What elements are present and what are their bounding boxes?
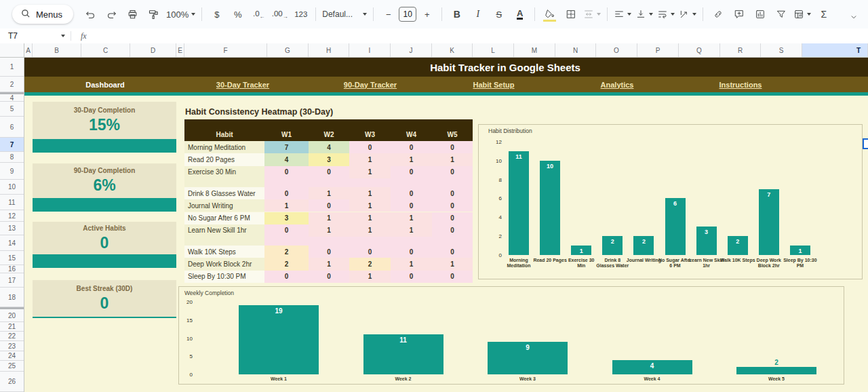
row-header-21[interactable]: 21 [0, 322, 24, 332]
font-select[interactable]: Defaul... [321, 5, 368, 23]
insert-chart-icon[interactable] [750, 5, 770, 23]
heatmap-value-cell[interactable]: 1 [432, 258, 473, 270]
heatmap-value-cell[interactable]: 1 [391, 212, 432, 224]
weekly-completion-chart[interactable]: Weekly Completion0510152019Week 111Week … [178, 286, 844, 385]
row-header-4[interactable]: 4 [0, 95, 24, 102]
formula-bar[interactable]: T7 fx [0, 28, 868, 44]
heatmap-value-cell[interactable]: 1 [309, 224, 349, 237]
heatmap-value-cell[interactable]: 0 [432, 141, 473, 153]
bold-button[interactable]: B [447, 5, 467, 23]
heatmap-value-cell[interactable]: 0 [432, 224, 473, 237]
heatmap-value-cell[interactable]: 0 [264, 166, 309, 178]
select-all-corner[interactable] [0, 43, 24, 58]
heatmap-value-cell[interactable]: 1 [349, 187, 391, 199]
table-tools-button[interactable] [792, 5, 812, 23]
column-header-b[interactable]: B [33, 43, 81, 57]
text-color-button[interactable]: A [510, 5, 530, 23]
heatmap-value-cell[interactable]: 1 [349, 212, 391, 224]
heatmap-value-cell[interactable]: 3 [264, 212, 309, 224]
heatmap-habit-cell[interactable]: Morning Meditation [184, 141, 264, 153]
nav-analytics[interactable]: Analytics [601, 81, 634, 89]
hide-menus-chevron-icon[interactable] [844, 8, 863, 26]
column-header-r[interactable]: R [720, 43, 761, 57]
heatmap-habit-cell[interactable]: Read 20 Pages [184, 153, 264, 165]
fill-color-button[interactable] [540, 5, 559, 23]
row-header-24[interactable]: 24 [0, 351, 24, 361]
heatmap-value-cell[interactable] [309, 178, 349, 187]
strikethrough-button[interactable]: S [489, 5, 509, 23]
row-header-25[interactable]: 25 [0, 361, 24, 372]
menus-button[interactable]: Menus [12, 5, 73, 24]
heatmap-value-cell[interactable]: 2 [264, 258, 309, 270]
column-header-c[interactable]: C [81, 43, 130, 57]
heatmap-habit-cell[interactable]: Learn New Skill 1hr [184, 224, 264, 237]
heatmap-value-cell[interactable]: 0 [309, 271, 349, 283]
heatmap-value-cell[interactable]: 0 [309, 246, 349, 258]
row-header-17[interactable]: 17 [0, 273, 24, 288]
right-edge-widget[interactable] [863, 138, 868, 149]
heatmap-habit-cell[interactable]: Exercise 30 Min [184, 166, 264, 178]
row-header-20[interactable]: 20 [0, 309, 24, 322]
row-header-10[interactable]: 10 [0, 180, 24, 195]
heatmap-value-cell[interactable]: 4 [309, 141, 349, 153]
heatmap-habit-cell[interactable]: Sleep By 10:30 PM [184, 271, 264, 283]
column-header-i[interactable]: I [349, 43, 391, 57]
heatmap-value-cell[interactable]: 1 [309, 212, 349, 224]
heatmap-value-cell[interactable] [349, 237, 391, 246]
column-header-a[interactable]: A [24, 43, 33, 57]
column-header-q[interactable]: Q [679, 43, 720, 57]
column-header-s[interactable]: S [761, 43, 802, 57]
heatmap-value-cell[interactable]: 1 [349, 224, 391, 237]
sum-functions-button[interactable]: Σ [814, 5, 833, 23]
decrease-decimal-button[interactable]: .0← [249, 5, 269, 23]
heatmap-habit-cell[interactable]: Drink 8 Glasses Water [184, 187, 264, 199]
horizontal-align-button[interactable] [612, 5, 633, 23]
column-header-g[interactable]: G [267, 43, 309, 57]
heatmap-habit-cell[interactable]: Journal Writing [184, 199, 264, 212]
heatmap-value-cell[interactable]: 0 [391, 271, 432, 283]
insert-link-icon[interactable] [708, 5, 728, 23]
habit-distribution-chart[interactable]: Habit Distribution02468101211Morning Med… [478, 124, 863, 279]
row-header-9[interactable]: 9 [0, 163, 24, 180]
heatmap-value-cell[interactable]: 4 [264, 153, 309, 165]
heatmap-value-cell[interactable]: 1 [391, 224, 432, 237]
kpi-card[interactable]: 90-Day Completion6% [33, 163, 176, 198]
nav-habit-setup[interactable]: Habit Setup [473, 81, 514, 89]
row-header-15[interactable]: 15 [0, 251, 24, 265]
kpi-card[interactable]: 30-Day Completion15% [33, 102, 176, 139]
heatmap-value-cell[interactable]: 0 [432, 199, 473, 212]
format-currency-button[interactable]: $ [207, 5, 226, 23]
column-header-t[interactable]: T [802, 43, 868, 57]
heatmap-value-cell[interactable] [309, 237, 349, 246]
heatmap-value-cell[interactable]: 0 [391, 199, 432, 212]
row-header-12[interactable]: 12 [0, 210, 24, 222]
nav-90-day-tracker[interactable]: 90-Day Tracker [344, 81, 397, 89]
heatmap-value-cell[interactable]: 0 [432, 212, 473, 224]
decrease-font-size-button[interactable]: − [378, 5, 398, 23]
heatmap-value-cell[interactable]: 1 [309, 258, 349, 270]
kpi-card[interactable]: Active Habits0 [33, 222, 176, 254]
increase-font-size-button[interactable]: + [417, 5, 437, 23]
paint-format-icon[interactable] [144, 5, 163, 23]
heatmap-value-cell[interactable] [264, 237, 309, 246]
undo-icon[interactable] [81, 5, 100, 23]
heatmap-value-cell[interactable]: 1 [349, 271, 391, 283]
heatmap-value-cell[interactable]: 1 [432, 153, 473, 165]
column-header-k[interactable]: K [432, 43, 473, 57]
column-header-p[interactable]: P [637, 43, 679, 57]
text-wrap-button[interactable] [656, 5, 676, 23]
heatmap-value-cell[interactable]: 2 [264, 246, 309, 258]
filter-icon[interactable] [771, 5, 791, 23]
kpi-card[interactable]: Best Streak (30D)0 [33, 280, 176, 317]
row-header-6[interactable]: 6 [0, 117, 24, 138]
zoom-select[interactable]: 100% [165, 5, 197, 23]
heatmap-value-cell[interactable]: 1 [264, 199, 309, 212]
column-header-o[interactable]: O [596, 43, 637, 57]
row-header-22[interactable]: 22 [0, 332, 24, 341]
row-header-16[interactable]: 16 [0, 265, 24, 273]
row-header-26[interactable]: 26 [0, 372, 24, 392]
heatmap-habit-cell[interactable]: No Sugar After 6 PM [184, 212, 264, 224]
heatmap-value-cell[interactable]: 0 [391, 187, 432, 199]
row-header-14[interactable]: 14 [0, 235, 24, 251]
nav-30-day-tracker[interactable]: 30-Day Tracker [216, 81, 269, 89]
